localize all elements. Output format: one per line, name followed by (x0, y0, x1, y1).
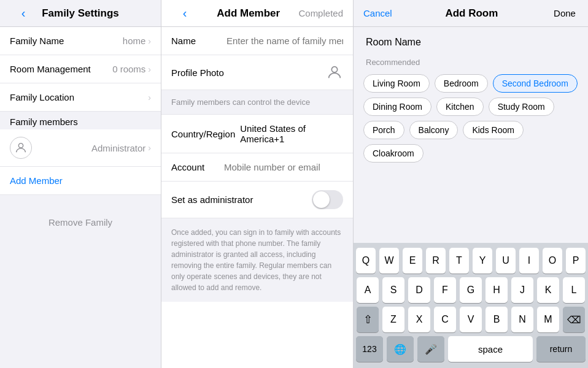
name-label: Name (171, 36, 226, 46)
room-management-chevron: › (148, 64, 151, 74)
family-members-label: Family members (10, 117, 78, 127)
key-o[interactable]: O (543, 248, 562, 274)
key-x[interactable]: X (408, 307, 430, 332)
admin-toggle[interactable] (312, 190, 343, 209)
key-z[interactable]: Z (382, 307, 404, 332)
account-input[interactable] (224, 162, 343, 172)
chip-study-room[interactable]: Study Room (489, 98, 554, 116)
delete-key[interactable]: ⌫ (563, 307, 585, 332)
add-member-title: Add Member (198, 7, 298, 20)
key-s[interactable]: S (382, 277, 404, 303)
family-name-value: home (123, 36, 146, 46)
info-text: Once added, you can sign in to family wi… (161, 218, 353, 302)
key-v[interactable]: V (460, 307, 482, 332)
family-location-chevron: › (148, 93, 151, 102)
key-r[interactable]: R (426, 248, 446, 274)
chip-second-bedroom[interactable]: Second Bedroom (493, 74, 578, 93)
room-name-label: Room Name (363, 37, 578, 48)
cancel-button[interactable]: Cancel (363, 8, 392, 18)
key-h[interactable]: H (485, 277, 508, 303)
key-b[interactable]: B (485, 307, 508, 332)
family-settings-back-button[interactable]: ‹ (10, 6, 37, 20)
name-field-row[interactable]: Name (161, 27, 353, 55)
family-location-label: Family Location (10, 92, 74, 102)
member-chevron: › (148, 143, 151, 153)
chip-balcony[interactable]: Balcony (409, 121, 458, 139)
key-w[interactable]: W (379, 248, 399, 274)
key-q[interactable]: Q (356, 248, 376, 274)
chip-living-room[interactable]: Living Room (363, 74, 430, 93)
profile-photo-label: Profile Photo (171, 67, 226, 78)
key-g[interactable]: G (460, 277, 482, 303)
room-management-label: Room Management (10, 64, 91, 74)
room-management-row[interactable]: Room Management 0 rooms › (0, 55, 161, 83)
key-c[interactable]: C (434, 307, 456, 332)
chip-kids-room[interactable]: Kids Room (463, 121, 523, 139)
profile-photo-icon (326, 64, 343, 81)
country-label: Country/Region (171, 129, 235, 139)
permission-text: Family members can control the device (161, 90, 353, 115)
room-management-value: 0 rooms (112, 64, 145, 74)
chips-container: Living Room Bedroom Second Bedroom Dinin… (363, 74, 578, 163)
set-admin-label: Set as administrator (171, 194, 253, 205)
chip-bedroom[interactable]: Bedroom (435, 74, 488, 93)
key-i[interactable]: I (519, 248, 539, 274)
key-j[interactable]: J (511, 277, 533, 303)
shift-key[interactable]: ⇧ (357, 307, 379, 332)
num-key[interactable]: 123 (356, 336, 383, 362)
country-region-row[interactable]: Country/Region United States of America+… (161, 115, 353, 153)
key-d[interactable]: D (408, 277, 430, 303)
keyboard: Q W E R T Y U I O P A S D F G H J K L (354, 243, 588, 368)
key-y[interactable]: Y (473, 248, 492, 274)
recommended-label: Recommended (363, 58, 578, 67)
room-content: Room Name Recommended Living Room Bedroo… (354, 27, 588, 243)
chip-dining-room[interactable]: Dining Room (363, 98, 431, 116)
family-name-row[interactable]: Family Name home › (0, 27, 161, 55)
key-l[interactable]: L (563, 277, 585, 303)
country-value: United States of America+1 (240, 123, 343, 144)
done-button[interactable]: Done (551, 8, 578, 18)
key-e[interactable]: E (403, 248, 422, 274)
key-f[interactable]: F (434, 277, 456, 303)
family-settings-panel: ‹ Family Settings Family Name home › Roo… (0, 0, 161, 368)
chip-cloakroom[interactable]: Cloakroom (363, 144, 424, 163)
keyboard-row-2: A S D F G H J K L (356, 277, 586, 303)
add-room-title: Add Room (392, 7, 551, 20)
return-key[interactable]: return (536, 336, 586, 362)
key-n[interactable]: N (511, 307, 533, 332)
profile-photo-row[interactable]: Profile Photo (161, 55, 353, 90)
account-row[interactable]: Account (161, 153, 353, 182)
add-member-link[interactable]: Add Member (0, 167, 161, 195)
room-management-value-group: 0 rooms › (112, 64, 151, 74)
name-input[interactable] (226, 36, 343, 46)
completed-button[interactable]: Completed (298, 8, 343, 18)
key-a[interactable]: A (357, 277, 379, 303)
member-role: Administrator (91, 143, 145, 153)
keyboard-row-4: 123 🌐 🎤 space return (356, 336, 586, 362)
family-location-row[interactable]: Family Location › (0, 83, 161, 112)
toggle-knob (313, 191, 330, 208)
key-t[interactable]: T (449, 248, 469, 274)
key-p[interactable]: P (566, 248, 586, 274)
svg-point-1 (331, 67, 337, 72)
member-role-group: Administrator › (91, 143, 151, 153)
add-room-header: Cancel Add Room Done (354, 0, 588, 27)
add-member-back-button[interactable]: ‹ (171, 6, 198, 20)
space-key[interactable]: space (448, 336, 533, 362)
chip-kitchen[interactable]: Kitchen (436, 98, 484, 116)
mic-key[interactable]: 🎤 (417, 336, 444, 362)
family-members-section: Family members (0, 112, 161, 129)
family-settings-header: ‹ Family Settings (0, 0, 161, 27)
family-name-value-group: home › (123, 36, 151, 46)
key-k[interactable]: K (537, 277, 559, 303)
globe-key[interactable]: 🌐 (387, 336, 414, 362)
member-row[interactable]: Administrator › (0, 129, 161, 167)
remove-family-button[interactable]: Remove Family (0, 205, 161, 240)
account-label: Account (171, 162, 214, 172)
svg-point-0 (18, 144, 23, 148)
key-u[interactable]: U (496, 248, 516, 274)
set-admin-row[interactable]: Set as administrator (161, 182, 353, 218)
key-m[interactable]: M (537, 307, 559, 332)
add-room-panel: Cancel Add Room Done Room Name Recommend… (354, 0, 588, 368)
chip-porch[interactable]: Porch (363, 121, 404, 139)
